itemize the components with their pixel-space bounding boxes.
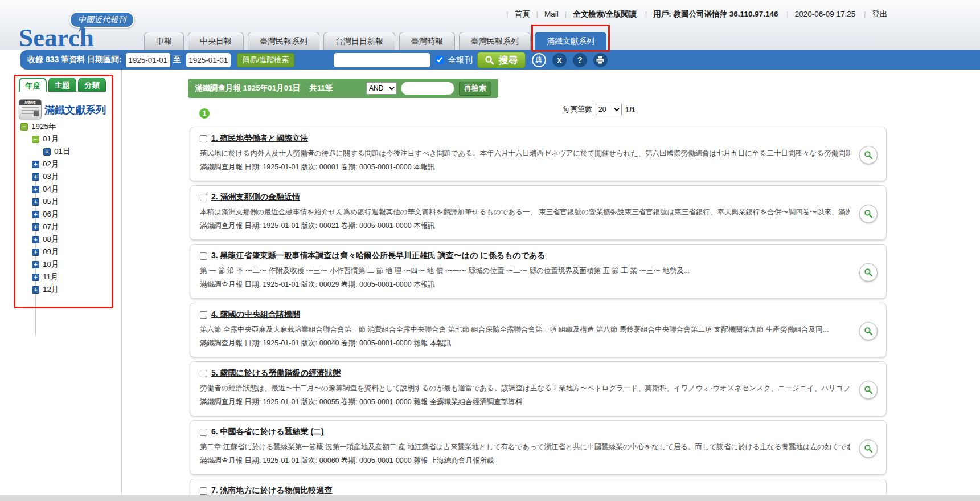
tree-month-label[interactable]: 02月 xyxy=(43,159,59,169)
result-metadata: 滿鐵調查月報 日期: 1925-01-01 版次: 00060 卷期: 0005… xyxy=(200,456,850,466)
newspaper-tab-label: 臺灣民報系列 xyxy=(471,36,519,46)
magnifier-icon xyxy=(864,385,873,394)
magnifier-icon xyxy=(864,444,873,453)
tree-month-label[interactable]: 12月 xyxy=(43,284,59,295)
expand-icon[interactable]: + xyxy=(32,198,39,206)
tree-month-label[interactable]: 11月 xyxy=(43,272,59,282)
sidebar-tab[interactable]: 年度 xyxy=(19,78,47,92)
result-title-link[interactable]: 5. 露國に於ける勞働階級の經濟狀態 xyxy=(211,368,341,378)
user-info: 用戶: 教圖公司谌怡萍 36.110.97.146 xyxy=(639,9,778,19)
tree-month-label[interactable]: 09月 xyxy=(43,247,59,257)
tree-month-label[interactable]: 07月 xyxy=(43,222,59,232)
result-title-link[interactable]: 1. 殖民地勞働者と國際立法 xyxy=(211,133,308,144)
result-checkbox[interactable] xyxy=(200,370,207,377)
result-title-link[interactable]: 3. 黑龍江省肇東縣一般事情本調查は齊々哈爾公所長早川正雄氏 調查〜はの に係る… xyxy=(211,251,546,261)
tree-node-year: − 1925年 xyxy=(14,120,113,133)
date-from-input[interactable] xyxy=(126,53,170,67)
search-icon xyxy=(485,55,494,65)
result-snippet: 本稿は滿洲支那側の最近金融事情を紹介せん爲め銀行週報其他の華文資料を翻譯加筆せる… xyxy=(200,207,850,217)
dictionary-icon[interactable]: 典 xyxy=(532,53,546,67)
result-list: 1. 殖民地勞働者と國際立法 殖民地に於ける内外人及士人勞働者の待遇に關する問題… xyxy=(190,127,887,501)
view-detail-button[interactable] xyxy=(859,205,878,223)
expand-icon[interactable]: + xyxy=(32,223,39,231)
tree-node-day: + 01日 xyxy=(14,145,113,158)
per-page-control: 每頁筆數 20 1/1 xyxy=(563,104,635,115)
expand-icon[interactable]: + xyxy=(32,161,39,168)
simple-advanced-search-button[interactable]: 簡易/進階檢索 xyxy=(237,53,295,67)
top-link[interactable]: Mail xyxy=(530,10,559,18)
result-title-link[interactable]: 2. 滿洲支那側の金融近情 xyxy=(211,192,300,202)
magnifier-icon xyxy=(864,209,873,218)
tree-month-label[interactable]: 01月 xyxy=(43,134,59,144)
result-checkbox[interactable] xyxy=(200,487,207,495)
newspaper-tab[interactable]: 申報 xyxy=(144,32,184,50)
expand-icon[interactable]: + xyxy=(32,173,39,181)
result-metadata: 滿鐵調查月報 日期: 1925-01-01 版次: 00040 卷期: 0005… xyxy=(200,339,850,348)
tree-node-month: + 11月 xyxy=(14,271,113,283)
site-badge: 中國近代報刊 xyxy=(69,11,134,28)
result-title-link[interactable]: 4. 露國の中央組合諸機關 xyxy=(211,309,300,320)
per-page-select[interactable]: 20 xyxy=(596,104,622,115)
tree-month-label[interactable]: 05月 xyxy=(43,197,59,207)
top-link[interactable]: 全文檢索/全版閱讀 xyxy=(559,9,637,19)
search-button[interactable]: 搜尋 xyxy=(477,52,526,68)
expand-icon[interactable]: + xyxy=(32,261,39,268)
tree-year-label[interactable]: 1925年 xyxy=(31,121,56,132)
research-button[interactable]: 再檢索 xyxy=(459,82,491,96)
tree-month-label[interactable]: 08月 xyxy=(43,234,59,245)
refine-keyword-input[interactable] xyxy=(401,82,454,95)
expand-icon[interactable]: + xyxy=(32,286,39,294)
collapse-icon[interactable]: − xyxy=(32,136,39,143)
expand-icon[interactable]: + xyxy=(32,249,39,256)
result-checkbox[interactable] xyxy=(200,429,207,436)
date-to-input[interactable] xyxy=(186,53,231,67)
close-icon[interactable]: x xyxy=(552,53,567,67)
newspaper-tab[interactable]: 中央日報 xyxy=(188,32,244,50)
datetime-label: 2020-06-09 17:25 xyxy=(780,10,855,18)
result-title-link[interactable]: 6. 中國各省に於ける蠶絲業 (二) xyxy=(211,427,324,437)
newspaper-tab[interactable]: 滿鐵文獻系列 xyxy=(535,32,606,50)
sidebar-tabs: 年度 主題 分類 xyxy=(19,78,106,92)
newspaper-tab[interactable]: 臺灣民報系列 xyxy=(248,32,319,50)
tree-node-month: + 05月 xyxy=(14,195,113,208)
operator-select[interactable]: AND xyxy=(366,82,397,95)
newspaper-tab[interactable]: 臺灣時報 xyxy=(399,32,455,50)
view-detail-button[interactable] xyxy=(859,263,878,282)
tree-month-label[interactable]: 06月 xyxy=(43,209,59,219)
magnifier-icon xyxy=(864,327,873,336)
keyword-search-input[interactable] xyxy=(334,53,430,67)
tree-month-label[interactable]: 10月 xyxy=(43,259,59,270)
result-metadata: 滿鐵調查月報 日期: 1925-01-01 版次: 00001 卷期: 0005… xyxy=(200,162,850,172)
logout-link[interactable]: 登出 xyxy=(858,9,888,19)
expand-icon[interactable]: + xyxy=(32,236,39,243)
view-detail-button[interactable] xyxy=(859,146,878,164)
tree-month-label[interactable]: 03月 xyxy=(43,172,59,182)
page-number-badge[interactable]: 1 xyxy=(199,108,210,119)
tree-month-label[interactable]: 04月 xyxy=(43,184,59,194)
expand-icon[interactable]: + xyxy=(32,274,39,281)
newspaper-tab[interactable]: 台灣日日新報 xyxy=(323,32,395,50)
expand-icon[interactable]: + xyxy=(43,148,51,156)
collapse-icon[interactable]: − xyxy=(20,123,28,131)
view-detail-button[interactable] xyxy=(859,381,878,399)
print-icon[interactable] xyxy=(593,53,608,67)
result-checkbox[interactable] xyxy=(200,311,207,319)
view-detail-button[interactable] xyxy=(859,439,878,458)
all-papers-checkbox[interactable] xyxy=(436,56,444,64)
bottom-scrollbar-strip[interactable] xyxy=(0,495,980,501)
tree-node-month: + 07月 xyxy=(14,221,113,233)
tree-node-month: + 10月 xyxy=(14,258,113,271)
expand-icon[interactable]: + xyxy=(32,186,39,193)
sidebar-tab[interactable]: 主題 xyxy=(48,78,76,92)
view-detail-button[interactable] xyxy=(859,322,878,340)
sidebar-tab[interactable]: 分類 xyxy=(78,78,106,92)
result-checkbox[interactable] xyxy=(200,135,207,142)
top-utility-bar: 首頁Mail全文檢索/全版閱讀 用戶: 教圖公司谌怡萍 36.110.97.14… xyxy=(500,9,888,19)
newspaper-tab[interactable]: 臺灣民報系列 xyxy=(459,32,531,50)
top-link[interactable]: 首頁 xyxy=(500,9,530,19)
tree-day-label[interactable]: 01日 xyxy=(54,146,71,157)
help-icon[interactable]: ? xyxy=(573,53,587,67)
expand-icon[interactable]: + xyxy=(32,211,39,218)
result-checkbox[interactable] xyxy=(200,194,207,201)
result-checkbox[interactable] xyxy=(200,252,207,260)
